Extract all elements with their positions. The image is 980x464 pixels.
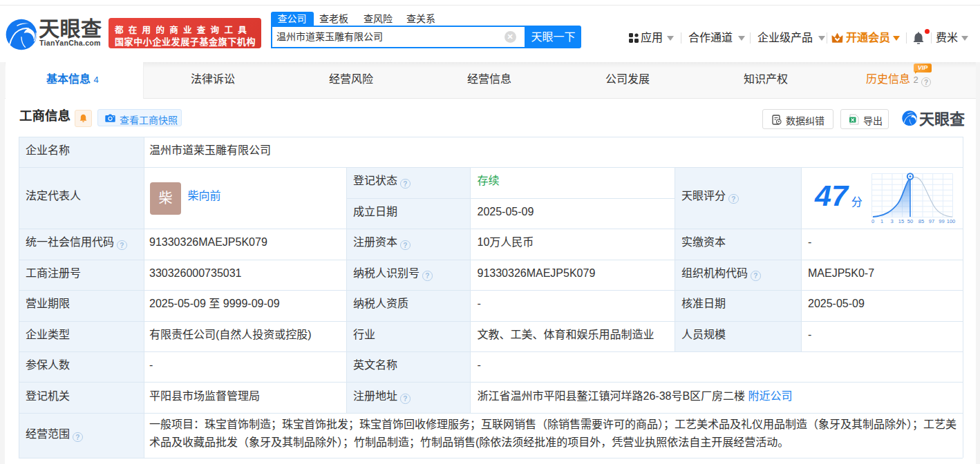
svg-text:50: 50 [907, 218, 913, 224]
svg-text:99: 99 [939, 218, 944, 224]
svg-text:85: 85 [918, 218, 924, 224]
svg-text:100: 100 [947, 218, 956, 224]
svg-text:15: 15 [898, 218, 904, 224]
svg-text:97: 97 [929, 218, 934, 224]
svg-text:1: 1 [880, 218, 883, 224]
svg-text:0: 0 [871, 218, 874, 224]
svg-text:3: 3 [890, 218, 893, 224]
